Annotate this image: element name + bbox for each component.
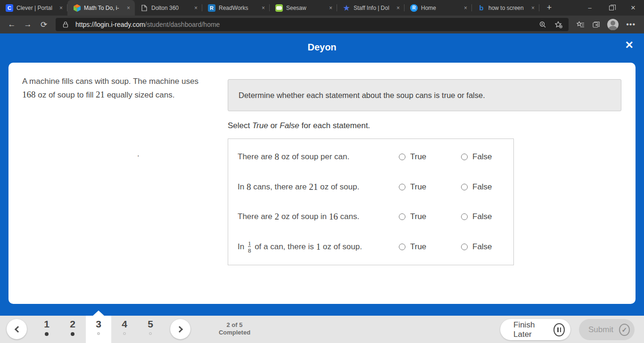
select-instruction: Select True or False for each statement. (228, 121, 370, 131)
tab-title: how to screen (488, 5, 527, 11)
tab-close-icon[interactable]: × (328, 5, 333, 11)
math-number: 2 (274, 212, 279, 222)
math-number: 21 (309, 182, 318, 192)
check-icon: ✓ (619, 324, 630, 336)
statement-text: There are 2 oz of soup in 16 cans. (238, 212, 359, 222)
menu-ellipsis-icon[interactable]: ••• (622, 20, 639, 29)
false-label: False (472, 182, 492, 192)
submit-button[interactable]: Submit ✓ (579, 319, 635, 340)
statement-text: In 18 of a can, there is 1 oz of soup. (238, 240, 362, 253)
new-tab-button[interactable]: + (542, 0, 556, 16)
tab-clever-portal[interactable]: C Clever | Portal × (0, 0, 67, 16)
iready-cube-favicon-icon (73, 4, 81, 12)
completed-dot-icon (71, 332, 74, 336)
true-label: True (410, 242, 426, 252)
true-false-table: There are 8 oz of soup per can. True Fal… (228, 139, 514, 265)
tab-close-icon[interactable]: × (58, 5, 64, 11)
close-lesson-icon[interactable]: ✕ (625, 39, 634, 51)
collections-icon[interactable] (589, 17, 603, 32)
question-dot-3-current[interactable]: 3 (86, 316, 111, 343)
completed-dot-icon (45, 332, 49, 336)
star-favicon-icon: ★ (343, 4, 350, 12)
tab-how-to-screen[interactable]: b how to screen × (472, 0, 539, 16)
prev-question-button[interactable] (7, 319, 27, 339)
forward-button[interactable]: → (21, 17, 35, 32)
open-dot-icon (149, 332, 152, 335)
tab-close-icon[interactable]: × (463, 5, 468, 11)
tab-dolton-360[interactable]: Dolton 360 × (135, 0, 202, 16)
tab-readworks[interactable]: R ReadWorks × (202, 0, 270, 16)
radio-false-row-2[interactable] (461, 184, 468, 190)
tab-math-to-do[interactable]: Math To Do, i- × (67, 0, 135, 16)
browser-tab-bar: C Clever | Portal × Math To Do, i- × Dol… (0, 0, 644, 16)
tab-close-icon[interactable]: × (261, 5, 266, 11)
radio-true-row-1[interactable] (399, 154, 405, 160)
url-text[interactable]: https://login.i-ready.com/student/dashbo… (75, 21, 533, 28)
math-number: 168 (22, 90, 36, 99)
math-number: 16 (329, 212, 338, 222)
prompt-box: Determine whether each statement about t… (228, 79, 621, 111)
radio-true-row-4[interactable] (399, 244, 405, 250)
tab-title: Home (421, 5, 460, 11)
statement-row-3: There are 2 oz of soup in 16 cans. True … (228, 207, 513, 226)
profile-avatar[interactable] (607, 19, 619, 30)
question-card: A machine fills cans with soup. The mach… (8, 63, 636, 304)
lock-icon (59, 18, 72, 31)
clever-favicon-icon: C (6, 4, 13, 12)
math-number: 8 (274, 152, 279, 162)
bing-favicon-icon: b (478, 4, 485, 12)
chevron-right-icon (176, 326, 182, 332)
statement-row-4: In 18 of a can, there is 1 oz of soup. T… (228, 237, 513, 256)
statement-row-2: In 8 cans, there are 21 oz of soup. True… (228, 178, 513, 196)
url-host: https://login.i-ready.com (75, 21, 145, 28)
back-button[interactable]: ← (5, 17, 19, 32)
stray-period: . (137, 150, 139, 158)
restore-icon (609, 6, 614, 10)
browser-toolbar: ← → ⟳ https://login.i-ready.com/student/… (0, 16, 644, 33)
radio-false-row-1[interactable] (461, 154, 468, 160)
statement-text: There are 8 oz of soup per can. (238, 152, 349, 162)
statement-text: In 8 cans, there are 21 oz of soup. (238, 182, 359, 192)
radio-false-row-3[interactable] (461, 213, 468, 220)
radio-true-row-3[interactable] (399, 213, 405, 220)
seesaw-favicon-icon (275, 4, 283, 12)
tab-title: Dolton 360 (151, 5, 190, 11)
add-favorite-icon[interactable] (553, 18, 565, 31)
open-dot-icon (123, 332, 126, 335)
problem-text: A machine fills cans with soup. The mach… (22, 75, 201, 102)
student-name-title: Deyon (0, 42, 644, 53)
tab-seesaw[interactable]: Seesaw × (270, 0, 337, 16)
pause-icon (553, 323, 565, 336)
next-question-button[interactable] (170, 319, 190, 339)
close-window-button[interactable]: ✕ (622, 0, 644, 16)
favorites-icon[interactable] (573, 17, 587, 32)
lesson-page: Deyon ✕ A machine fills cans with soup. … (0, 33, 644, 343)
restore-button[interactable] (601, 0, 622, 16)
tab-close-icon[interactable]: × (193, 5, 198, 11)
tab-close-icon[interactable]: × (396, 5, 401, 11)
minimize-button[interactable]: – (579, 0, 601, 16)
false-label: False (472, 152, 492, 162)
refresh-button[interactable]: ⟳ (37, 17, 51, 32)
question-dot-5[interactable]: 5 (138, 316, 163, 343)
true-label: True (410, 152, 426, 162)
math-number: 1 (316, 242, 321, 252)
question-dot-2[interactable]: 2 (60, 316, 85, 343)
tab-close-icon[interactable]: × (126, 5, 131, 11)
question-dot-4[interactable]: 4 (112, 316, 137, 343)
tab-title: Seesaw (286, 5, 325, 11)
tab-title: Clever | Portal (17, 5, 55, 11)
tab-home[interactable]: R Home × (405, 0, 472, 16)
question-dot-1[interactable]: 1 (34, 316, 59, 343)
true-label: True (410, 182, 426, 192)
zoom-icon[interactable] (537, 18, 549, 31)
address-bar[interactable]: https://login.i-ready.com/student/dashbo… (56, 18, 569, 31)
finish-later-button[interactable]: Finish Later (500, 319, 570, 340)
question-nav-bar: 1 2 3 4 5 2 of 5 Completed Finish Later … (0, 316, 644, 343)
chevron-left-icon (14, 326, 21, 332)
tab-close-icon[interactable]: × (530, 5, 536, 11)
tab-staff-info[interactable]: ★ Staff Info | Dol × (337, 0, 405, 16)
radio-true-row-2[interactable] (399, 184, 405, 190)
radio-false-row-4[interactable] (461, 244, 468, 250)
tab-title: ReadWorks (219, 5, 257, 11)
